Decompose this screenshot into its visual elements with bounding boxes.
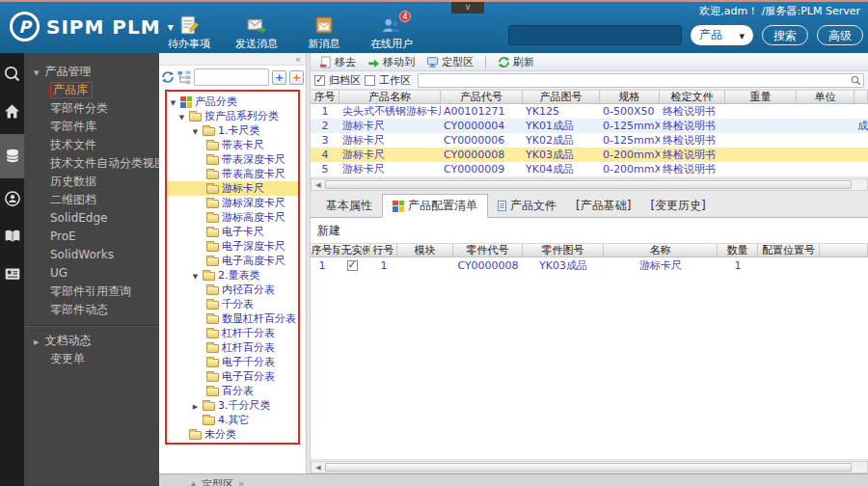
col-has-instance[interactable]: 有无实例 (334, 244, 370, 256)
tree-item[interactable]: 按产品系列分类 (167, 109, 298, 123)
tree-item[interactable]: 2.量表类 (167, 268, 298, 283)
scroll-left-icon[interactable] (312, 181, 325, 189)
sidebar-item-tech-doc-auto-view[interactable]: 技术文件自动分类视图 (24, 154, 159, 173)
product-row[interactable]: 2游标卡尺CY0000004YK01成品0-125mmX0.05..终检说明书成 (311, 119, 868, 133)
product-search-input[interactable] (418, 73, 864, 88)
tree-item[interactable]: 电子卡尺 (167, 225, 298, 239)
app-logo[interactable]: P SIPM PLM (10, 12, 174, 41)
tab-change-history[interactable]: [变更历史] (640, 195, 715, 217)
tab-product-base[interactable]: [产品基础] (566, 195, 640, 217)
add-category-button[interactable] (289, 70, 304, 85)
sidebar-item-part-reference-query[interactable]: 零部件引用查询 (24, 283, 159, 301)
support-icon[interactable] (0, 184, 24, 213)
workspace-checkbox[interactable] (365, 75, 375, 86)
tree-item[interactable]: 带表卡尺 (167, 138, 298, 152)
col-name[interactable]: 名称 (604, 244, 718, 256)
tree-item[interactable]: 游标高度卡尺 (167, 210, 298, 225)
product-row-selected[interactable]: 4游标卡尺CY0000008YK03成品0-200mmX0.05终检说明书 (311, 148, 868, 162)
config-row[interactable]: 1 1 CY0000008 YK03成品 游标卡尺 1 (311, 257, 868, 273)
tree-item[interactable]: 内径百分表 (167, 283, 298, 297)
instance-checkbox[interactable] (347, 260, 358, 271)
tree-item[interactable]: 电子千分表 (167, 355, 298, 369)
tree-item[interactable]: 游标深度卡尺 (167, 196, 298, 210)
topbar-collapse-notch[interactable] (451, 2, 484, 14)
col-product-drawing[interactable]: 产品图号 (523, 91, 600, 103)
database-icon[interactable] (0, 134, 24, 178)
global-search-input[interactable] (508, 25, 682, 45)
sidebar-item-product-library[interactable]: 产品库 (24, 81, 159, 99)
scroll-left-icon[interactable] (312, 464, 325, 472)
sidebar-section-doc-activity[interactable]: 文档动态 (24, 331, 159, 350)
col-line-no[interactable]: 行号 (370, 244, 397, 256)
online-users-button[interactable]: 4 在线用户 (365, 14, 419, 51)
new-button[interactable]: 新建 (311, 218, 340, 243)
scrollbar-thumb[interactable] (325, 463, 852, 472)
tab-basic-props[interactable]: 基本属性 (316, 195, 382, 217)
advanced-search-button[interactable]: 高级 (817, 25, 863, 45)
tree-item[interactable]: 电子百分表 (167, 369, 298, 384)
tree-item[interactable]: 4.其它 (167, 413, 298, 427)
col-spec[interactable]: 规格 (600, 91, 660, 103)
sidebar-item-part-activity[interactable]: 零部件动态 (24, 301, 159, 319)
col-seq[interactable]: 序号 (311, 244, 334, 256)
tree-item[interactable]: 千分表 (167, 297, 298, 311)
id-card-icon[interactable] (0, 259, 24, 288)
sidebar-item-part-library[interactable]: 零部件库 (24, 118, 159, 136)
book-icon[interactable] (0, 222, 24, 251)
tree-item[interactable]: 3.千分尺类 (167, 398, 298, 413)
col-part-drawing[interactable]: 零件图号 (523, 244, 604, 256)
tab-product-files[interactable]: 产品文件 (488, 195, 566, 217)
fixed-area-button[interactable]: 定型区 (421, 54, 478, 70)
col-weight[interactable]: 重量 (725, 91, 797, 103)
scrollbar-thumb[interactable] (325, 180, 852, 189)
expand-all-button[interactable] (272, 70, 286, 85)
tree-root[interactable]: 产品分类 (167, 94, 298, 109)
tree-item[interactable]: 带表深度卡尺 (167, 152, 298, 167)
col-module[interactable]: 模块 (397, 244, 453, 256)
todo-button[interactable]: 待办事项 (162, 14, 216, 51)
sidebar-item-change-order[interactable]: 变更单 (24, 350, 159, 368)
sidebar-item-solidedge[interactable]: SolidEdge (24, 209, 159, 228)
col-seq[interactable]: 序号 (311, 91, 339, 103)
sipm-logo-icon[interactable] (0, 59, 24, 88)
sidebar-item-history-data[interactable]: 历史数据 (24, 173, 159, 191)
col-product-name[interactable]: 产品名称 (339, 91, 441, 103)
search-button[interactable]: 搜索 (762, 25, 808, 45)
sidebar-item-ug[interactable]: UG (24, 264, 159, 283)
refresh-button[interactable]: 刷新 (493, 54, 539, 70)
collapse-panel-icon[interactable] (295, 53, 301, 66)
tree-item[interactable]: 杠杆千分表 (167, 326, 298, 340)
sidebar-item-2d-drawings[interactable]: 二维图档 (24, 191, 159, 209)
search-category-dropdown[interactable]: 产品 (691, 25, 753, 45)
tree-item[interactable]: 带表高度卡尺 (167, 167, 298, 181)
fixed-area-bottom-bar[interactable]: 定型区 (159, 473, 868, 486)
tree-item[interactable]: 杠杆百分表 (167, 340, 298, 355)
tree-item[interactable]: 1.卡尺类 (167, 123, 298, 138)
tree-item[interactable]: 百分表 (167, 384, 298, 398)
col-check-doc[interactable]: 检定文件 (660, 91, 725, 103)
col-qty[interactable]: 数量 (718, 244, 758, 256)
archive-checkbox[interactable] (314, 75, 325, 86)
tree-item[interactable]: 数显杠杆百分表 (167, 311, 298, 326)
tree-item-selected[interactable]: 游标卡尺 (167, 181, 298, 196)
tree-item[interactable]: 未分类 (167, 427, 298, 442)
sidebar-item-tech-docs[interactable]: 技术文件 (24, 136, 159, 154)
move-to-button[interactable]: 移动到 (363, 54, 420, 70)
refresh-icon[interactable] (161, 70, 175, 84)
home-icon[interactable] (0, 96, 24, 125)
col-part-code[interactable]: 零件代号 (453, 244, 523, 256)
product-row[interactable]: 5游标卡尺CY0000009YK04成品0-200mmX0.02..终检说明书 (311, 162, 868, 176)
sidebar-section-product-mgmt[interactable]: 产品管理 (24, 62, 159, 81)
new-message-button[interactable]: 新消息 (297, 14, 351, 51)
sidebar-item-part-category[interactable]: 零部件分类 (24, 99, 159, 118)
send-message-button[interactable]: 发送消息 (230, 14, 284, 51)
col-product-code[interactable]: 产品代号 (441, 91, 523, 103)
col-position[interactable]: 配置位置号 (758, 244, 820, 256)
tree-filter-input[interactable] (194, 68, 269, 86)
col-unit[interactable]: 单位 (797, 91, 854, 103)
tab-product-config-list[interactable]: 产品配置清单 (382, 194, 488, 218)
sidebar-item-proe[interactable]: ProE (24, 228, 159, 246)
remove-button[interactable]: 移去 (314, 54, 361, 70)
tree-item[interactable]: 电子深度卡尺 (167, 239, 298, 254)
product-row[interactable]: 1尖头式不锈钢游标卡尺A00101271YK1250-500X50终检说明书 (311, 104, 868, 119)
